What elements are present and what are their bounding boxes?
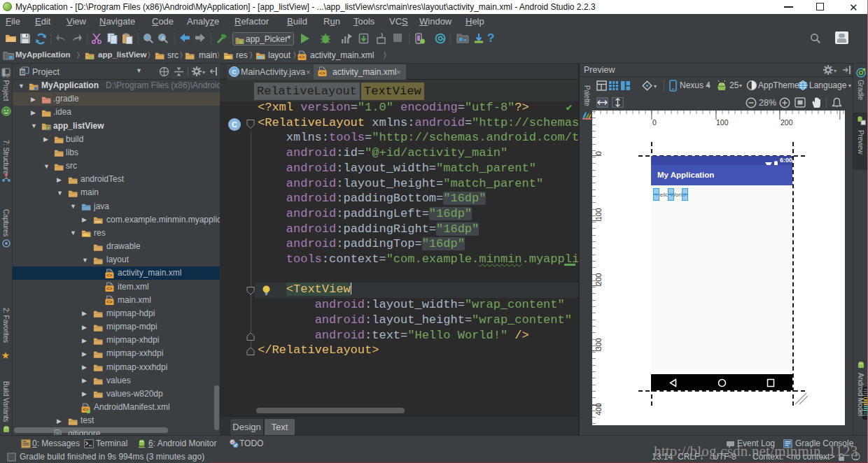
svg-text:D: D xyxy=(21,69,25,76)
svg-text:A: A xyxy=(161,36,164,41)
svg-text:<>: <> xyxy=(106,299,112,305)
svg-text:C: C xyxy=(232,69,237,76)
svg-text:<>: <> xyxy=(299,55,304,60)
svg-text:<>: <> xyxy=(106,273,112,278)
svg-text:<>: <> xyxy=(106,286,112,292)
svg-text:<>: <> xyxy=(319,71,325,76)
